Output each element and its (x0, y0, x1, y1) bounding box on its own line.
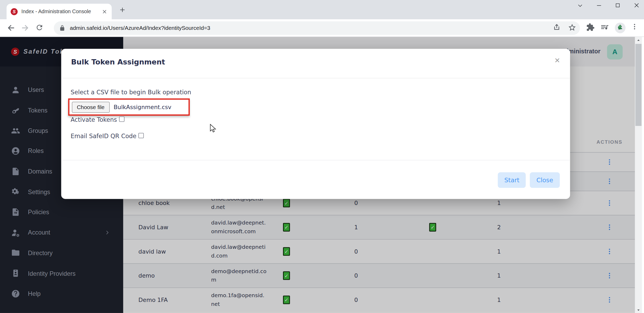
dialog-close-icon[interactable]: ✕ (554, 57, 560, 64)
start-button[interactable]: Start (498, 172, 526, 188)
email-qr-checkbox[interactable] (139, 133, 144, 138)
divider (61, 78, 570, 78)
url-text[interactable]: admin.safeid.io/Users/AzureAd/Index?iden… (70, 25, 575, 31)
activate-tokens-row: Activate Tokens (71, 116, 124, 123)
scrollbar-thumb[interactable] (635, 44, 641, 126)
address-bar[interactable]: admin.safeid.io/Users/AzureAd/Index?iden… (54, 21, 580, 35)
bookmark-star-icon[interactable] (568, 23, 577, 32)
back-icon[interactable] (7, 24, 16, 32)
window-maximize-icon[interactable] (615, 2, 621, 8)
page-scrollbar[interactable] (635, 37, 642, 313)
scroll-up-icon[interactable] (635, 37, 642, 44)
browser-menu-kebab-icon[interactable] (631, 23, 638, 30)
bulk-token-assignment-dialog: Bulk Token Assignment ✕ Select a CSV fil… (61, 49, 570, 199)
file-input[interactable]: Choose file BulkAssignment.csv (68, 99, 190, 116)
activate-tokens-label: Activate Tokens (71, 116, 117, 123)
share-icon[interactable] (552, 23, 561, 32)
playlist-icon[interactable] (600, 23, 609, 32)
forward-icon (21, 24, 30, 32)
browser-toolbar: admin.safeid.io/Users/AzureAd/Index?iden… (0, 19, 644, 37)
choose-file-button[interactable]: Choose file (72, 101, 109, 113)
browser-tab[interactable]: S Index - Administration Console (7, 4, 112, 19)
window-chevron-down-icon[interactable] (577, 2, 583, 8)
lock-icon[interactable] (59, 25, 66, 31)
browser-profile-avatar[interactable] (615, 22, 625, 33)
window-controls (577, 2, 640, 9)
email-qr-row: Email SafeID QR Code (71, 133, 144, 139)
window-close-icon[interactable] (633, 2, 640, 9)
window-minimize-icon[interactable] (596, 2, 602, 8)
close-button[interactable]: Close (530, 172, 560, 188)
dialog-title: Bulk Token Assignment (71, 58, 165, 66)
csv-file-label: Select a CSV file to begin Bulk operatio… (71, 89, 191, 96)
email-qr-label: Email SafeID QR Code (71, 133, 136, 139)
activate-tokens-checkbox[interactable] (119, 116, 124, 122)
divider (61, 160, 570, 161)
scroll-down-icon[interactable] (635, 306, 642, 313)
new-tab-button[interactable] (119, 7, 126, 13)
tab-close-icon[interactable] (102, 8, 108, 15)
selected-file-name: BulkAssignment.csv (113, 104, 171, 110)
browser-tabstrip: S Index - Administration Console (0, 0, 644, 19)
browser-window: S Index - Administration Console admin.s… (0, 0, 644, 313)
tab-title: Index - Administration Console (21, 9, 99, 15)
refresh-icon[interactable] (35, 24, 44, 32)
mouse-cursor (210, 124, 217, 134)
extensions-icon[interactable] (586, 23, 595, 32)
tab-favicon-icon: S (11, 8, 17, 15)
